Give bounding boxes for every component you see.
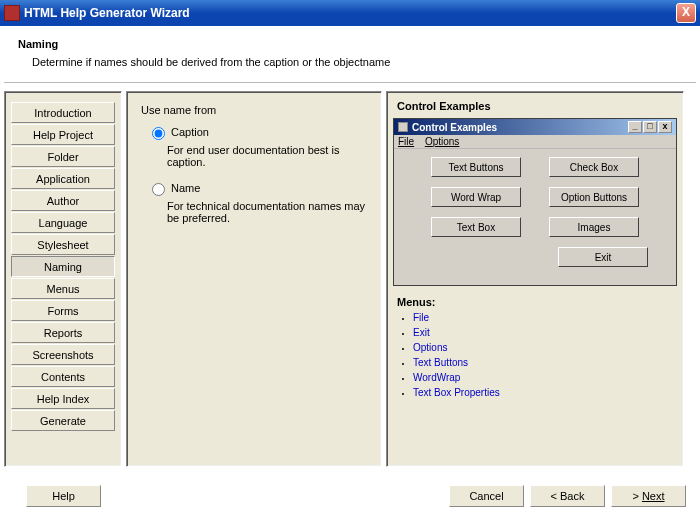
- page-description: Determine if names should be derived fro…: [32, 56, 682, 68]
- sidebar-item-menus[interactable]: Menus: [11, 278, 115, 299]
- back-button[interactable]: < Back: [530, 485, 605, 507]
- example-window-body: Text Buttons Check Box Word Wrap Option …: [394, 149, 676, 285]
- example-window: Control Examples _ □ x File Options Text…: [393, 118, 677, 286]
- sidebar-item-contents[interactable]: Contents: [11, 366, 115, 387]
- example-btn-check-box[interactable]: Check Box: [549, 157, 639, 177]
- options-panel: Use name from Caption For end user docum…: [126, 91, 382, 467]
- example-minimize-icon[interactable]: _: [628, 121, 642, 133]
- caption-description: For end user documentation best is capti…: [167, 144, 369, 168]
- sidebar-item-folder[interactable]: Folder: [11, 146, 115, 167]
- sidebar-item-author[interactable]: Author: [11, 190, 115, 211]
- example-menu-options[interactable]: Options: [425, 136, 459, 147]
- example-btn-word-wrap[interactable]: Word Wrap: [431, 187, 521, 207]
- app-icon: [4, 5, 20, 21]
- example-maximize-icon[interactable]: □: [643, 121, 657, 133]
- help-button[interactable]: Help: [26, 485, 101, 507]
- sidebar-item-application[interactable]: Application: [11, 168, 115, 189]
- page-title: Naming: [18, 38, 682, 50]
- menus-link-file[interactable]: File: [413, 312, 677, 323]
- radio-name[interactable]: [152, 183, 165, 196]
- sidebar-item-help-project[interactable]: Help Project: [11, 124, 115, 145]
- radio-caption-label: Caption: [171, 126, 209, 138]
- menus-heading: Menus:: [397, 296, 677, 308]
- sidebar-item-screenshots[interactable]: Screenshots: [11, 344, 115, 365]
- example-heading: Control Examples: [397, 100, 677, 112]
- sidebar-item-stylesheet[interactable]: Stylesheet: [11, 234, 115, 255]
- example-btn-text-buttons[interactable]: Text Buttons: [431, 157, 521, 177]
- options-heading: Use name from: [141, 104, 373, 116]
- example-btn-option-buttons[interactable]: Option Buttons: [549, 187, 639, 207]
- radio-name-label: Name: [171, 182, 200, 194]
- window-title: HTML Help Generator Wizard: [24, 6, 676, 20]
- example-panel: Control Examples Control Examples _ □ x …: [386, 91, 684, 467]
- menus-link-wordwrap[interactable]: WordWrap: [413, 372, 677, 383]
- wizard-footer: Help Cancel < Back > Next: [0, 481, 700, 511]
- menus-list: File Exit Options Text Buttons WordWrap …: [393, 312, 677, 398]
- titlebar: HTML Help Generator Wizard X: [0, 0, 700, 26]
- cancel-button[interactable]: Cancel: [449, 485, 524, 507]
- menus-link-exit[interactable]: Exit: [413, 327, 677, 338]
- example-btn-exit[interactable]: Exit: [558, 247, 648, 267]
- close-button[interactable]: X: [676, 3, 696, 23]
- example-window-menu: File Options: [394, 135, 676, 149]
- wizard-sidebar: Introduction Help Project Folder Applica…: [4, 91, 122, 467]
- example-btn-images[interactable]: Images: [549, 217, 639, 237]
- sidebar-item-forms[interactable]: Forms: [11, 300, 115, 321]
- example-window-icon: [398, 122, 408, 132]
- name-description: For technical documentation names may be…: [167, 200, 369, 224]
- menus-link-options[interactable]: Options: [413, 342, 677, 353]
- example-close-icon[interactable]: x: [658, 121, 672, 133]
- menus-link-text-buttons[interactable]: Text Buttons: [413, 357, 677, 368]
- example-btn-text-box[interactable]: Text Box: [431, 217, 521, 237]
- sidebar-item-generate[interactable]: Generate: [11, 410, 115, 431]
- sidebar-item-naming[interactable]: Naming: [11, 256, 115, 277]
- example-menu-file[interactable]: File: [398, 136, 414, 147]
- example-window-titlebar: Control Examples _ □ x: [394, 119, 676, 135]
- radio-caption[interactable]: [152, 127, 165, 140]
- main-content: Introduction Help Project Folder Applica…: [0, 83, 700, 471]
- page-header: Naming Determine if names should be deri…: [4, 30, 696, 83]
- next-button[interactable]: > Next: [611, 485, 686, 507]
- sidebar-item-introduction[interactable]: Introduction: [11, 102, 115, 123]
- sidebar-item-help-index[interactable]: Help Index: [11, 388, 115, 409]
- sidebar-item-language[interactable]: Language: [11, 212, 115, 233]
- sidebar-item-reports[interactable]: Reports: [11, 322, 115, 343]
- example-window-title: Control Examples: [412, 122, 497, 133]
- menus-link-text-box-properties[interactable]: Text Box Properties: [413, 387, 677, 398]
